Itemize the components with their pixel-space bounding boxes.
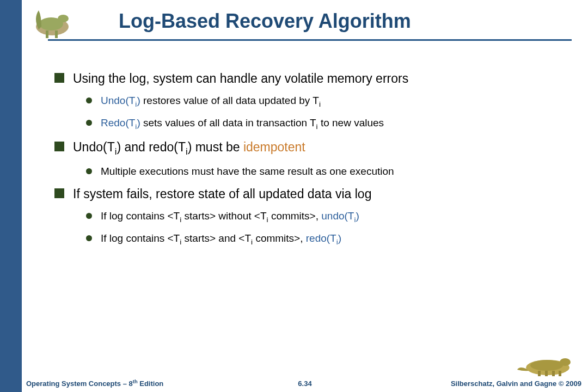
bullet-level2: Redo(Ti) sets values of all data in tran… bbox=[86, 117, 566, 132]
bullet-level2-text: Multiple executions must have the same r… bbox=[101, 165, 394, 179]
bullet-level1-text: If system fails, restore state of all up… bbox=[73, 186, 371, 202]
bullet-level1-text: Undo(Ti) and redo(Ti) must be idempotent bbox=[73, 139, 305, 157]
title-underline bbox=[48, 39, 572, 41]
dinosaur-bottom-icon bbox=[515, 347, 580, 377]
footer: Operating System Concepts – 8th Edition … bbox=[22, 359, 588, 392]
slide-title: Log-Based Recovery Algorithm bbox=[119, 10, 411, 33]
circle-bullet-icon bbox=[86, 120, 92, 126]
svg-rect-11 bbox=[559, 371, 561, 376]
svg-rect-8 bbox=[538, 371, 541, 376]
circle-bullet-icon bbox=[86, 97, 92, 103]
bullet-level1: Undo(Ti) and redo(Ti) must be idempotent… bbox=[54, 139, 566, 179]
svg-rect-9 bbox=[545, 371, 548, 376]
bullet-level1: Using the log, system can handle any vol… bbox=[54, 71, 566, 132]
svg-point-7 bbox=[560, 358, 571, 366]
bullet-level2: Undo(Ti) restores value of all data upda… bbox=[86, 94, 566, 109]
bullet-level2-text: If log contains <Ti starts> and <Ti comm… bbox=[101, 232, 341, 247]
svg-rect-10 bbox=[552, 371, 555, 376]
bullet-level2-text: Redo(Ti) sets values of all data in tran… bbox=[101, 117, 384, 132]
svg-point-6 bbox=[530, 360, 563, 371]
square-bullet-icon bbox=[54, 188, 64, 198]
footer-right: Silberschatz, Galvin and Gagne © 2009 bbox=[451, 379, 581, 388]
left-sidebar bbox=[0, 0, 22, 392]
square-bullet-icon bbox=[54, 73, 64, 83]
circle-bullet-icon bbox=[86, 213, 92, 219]
bullet-level2-text: Undo(Ti) restores value of all data upda… bbox=[101, 94, 321, 109]
svg-rect-4 bbox=[55, 30, 58, 38]
bullet-level1-text: Using the log, system can handle any vol… bbox=[73, 71, 408, 87]
bullet-level2: If log contains <Ti starts> and <Ti comm… bbox=[86, 232, 566, 247]
circle-bullet-icon bbox=[86, 235, 92, 241]
bullet-level1: If system fails, restore state of all up… bbox=[54, 186, 566, 247]
bullet-level2: Multiple executions must have the same r… bbox=[86, 165, 566, 179]
slide-content: Using the log, system can handle any vol… bbox=[54, 71, 566, 255]
header: Log-Based Recovery Algorithm bbox=[22, 0, 588, 49]
dinosaur-top-icon bbox=[25, 2, 79, 40]
svg-rect-3 bbox=[46, 30, 48, 38]
svg-point-2 bbox=[58, 15, 69, 22]
bullet-level2-text: If log contains <Ti starts> without <Ti … bbox=[101, 210, 359, 225]
square-bullet-icon bbox=[54, 142, 64, 151]
circle-bullet-icon bbox=[86, 168, 92, 174]
bullet-level2: If log contains <Ti starts> without <Ti … bbox=[86, 210, 566, 225]
